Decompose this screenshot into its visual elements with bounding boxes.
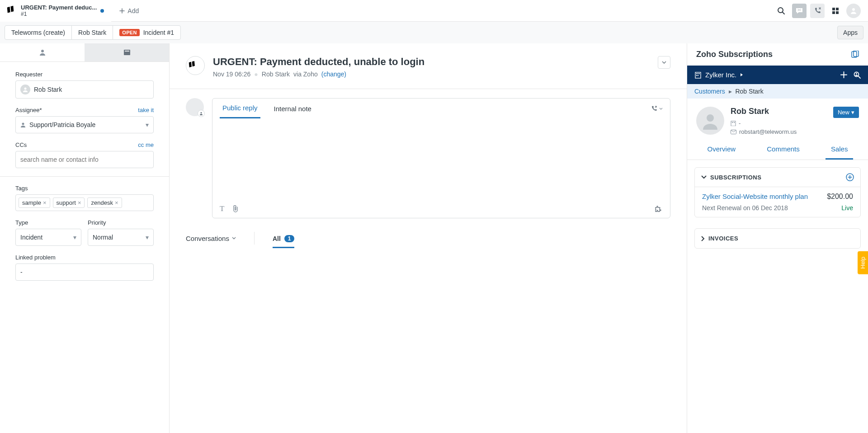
chevron-down-icon: [659, 108, 663, 110]
tag-remove-icon[interactable]: ×: [115, 199, 118, 206]
customer-name: Rob Stark: [731, 107, 769, 116]
zoho-expand-button[interactable]: [851, 51, 859, 59]
tab-subtitle: #1: [21, 11, 97, 17]
plan-link[interactable]: Zylker Social-Website monthly plan: [702, 193, 822, 201]
apps-button[interactable]: Apps: [837, 26, 863, 39]
main-content: URGENT: Payment deducted, unable to logi…: [170, 43, 687, 433]
user-icon: [20, 122, 26, 127]
chevron-down-icon: [232, 237, 236, 240]
ccs-input[interactable]: [20, 156, 149, 163]
org-name: Zylker Inc.: [705, 71, 736, 79]
svg-rect-19: [698, 75, 698, 76]
breadcrumb-org[interactable]: Teleworms (create): [5, 26, 72, 39]
breadcrumb-customers-link[interactable]: Customers: [694, 88, 725, 95]
breadcrumb-user[interactable]: Rob Stark: [72, 26, 113, 39]
plus-icon[interactable]: [840, 71, 847, 78]
priority-value: Normal: [93, 234, 113, 241]
caret-right-icon: ▸: [729, 88, 732, 95]
apps-extension-button[interactable]: [655, 206, 663, 212]
priority-select[interactable]: Normal ▾: [88, 229, 154, 246]
sidebar-tab-ticket[interactable]: [85, 43, 169, 61]
left-sidebar: Requester Rob Stark Assignee* take it Su…: [0, 43, 170, 433]
plus-circle-icon: [846, 173, 854, 181]
tag-remove-icon[interactable]: ×: [78, 199, 81, 206]
text-format-button[interactable]: T: [220, 204, 224, 213]
linked-select[interactable]: -: [15, 264, 154, 281]
reply-area: Public reply Internal note T: [170, 89, 687, 218]
subscriptions-header[interactable]: SUBSCRIPTIONS: [695, 168, 860, 187]
type-priority-row: Type Incident ▾ Priority Normal ▾: [15, 219, 154, 254]
email-icon: [731, 130, 736, 134]
top-bar: URGENT: Payment deduc... #1 Add: [0, 0, 868, 22]
plan-price: $200.00: [827, 193, 853, 201]
internal-note-tab[interactable]: Internal note: [271, 99, 314, 118]
type-label: Type: [15, 219, 28, 226]
ticket-avatar: [186, 56, 205, 75]
ccs-field: CCs cc me: [15, 141, 154, 168]
subscription-item: Zylker Social-Website monthly plan $200.…: [695, 187, 860, 217]
add-subscription-button[interactable]: [846, 173, 854, 181]
type-select[interactable]: Incident ▾: [15, 229, 81, 246]
breadcrumb-incident[interactable]: OPEN Incident #1: [113, 26, 180, 39]
tab-comments[interactable]: Comments: [761, 141, 805, 160]
app-tab[interactable]: URGENT: Payment deduc... #1: [0, 0, 111, 22]
search-button[interactable]: [774, 4, 788, 18]
svg-rect-17: [699, 73, 700, 74]
add-tab-button[interactable]: Add: [111, 7, 147, 14]
agent-status-icon: [198, 110, 205, 117]
attachment-button[interactable]: [232, 205, 239, 212]
search-icon: [777, 7, 785, 15]
requester-input[interactable]: Rob Stark: [15, 80, 154, 99]
reply-call-button[interactable]: [651, 100, 663, 117]
invoices-title: INVOICES: [708, 235, 738, 242]
tags-input[interactable]: sample× support× zendesk×: [15, 194, 154, 211]
breadcrumb-pills: Teleworms (create) Rob Stark OPEN Incide…: [5, 25, 181, 40]
search-user-icon[interactable]: [854, 71, 861, 79]
header-collapse-button[interactable]: [658, 56, 670, 69]
chevron-down-icon: [701, 175, 707, 179]
ccs-label: CCs: [15, 141, 27, 148]
ccs-input-wrap[interactable]: [15, 151, 154, 168]
phone-mute-button[interactable]: [810, 4, 825, 18]
priority-field: Priority Normal ▾: [88, 219, 154, 246]
subscriptions-title: SUBSCRIPTIONS: [710, 174, 761, 181]
tags-label: Tags: [15, 185, 28, 192]
chevron-down-icon: [662, 61, 666, 64]
svg-rect-18: [696, 75, 697, 76]
invoices-header[interactable]: INVOICES: [695, 229, 860, 248]
apps-grid-icon: [832, 7, 839, 14]
svg-rect-1: [832, 8, 835, 10]
reply-box: Public reply Internal note T: [212, 98, 670, 218]
tag-remove-icon[interactable]: ×: [43, 199, 47, 206]
chat-button[interactable]: [792, 4, 807, 18]
profile-button[interactable]: [846, 4, 861, 18]
change-channel-link[interactable]: (change): [321, 71, 346, 78]
take-it-link[interactable]: take it: [138, 107, 154, 113]
app-logo-icon: [6, 5, 17, 16]
apps-grid-button[interactable]: [828, 4, 843, 18]
reply-toolbar: T: [212, 200, 670, 218]
help-tab-button[interactable]: Help: [858, 251, 868, 274]
reply-tabs: Public reply Internal note: [212, 99, 670, 118]
tab-title: URGENT: Payment deduc...: [21, 4, 97, 11]
divider: [0, 176, 169, 177]
public-reply-tab[interactable]: Public reply: [220, 99, 260, 118]
tab-overview[interactable]: Overview: [702, 141, 741, 160]
cc-me-link[interactable]: cc me: [138, 141, 154, 148]
tab-sales[interactable]: Sales: [826, 141, 854, 160]
conversations-all-tab[interactable]: All 1: [273, 235, 295, 248]
right-panel-zoho: Zoho Subscriptions Zylker Inc. Customers…: [687, 43, 868, 433]
svg-rect-3: [832, 11, 835, 14]
plus-icon: [119, 8, 125, 14]
tab-title-wrap: URGENT: Payment deduc... #1: [21, 4, 97, 18]
ticket-title: URGENT: Payment deducted, unable to logi…: [213, 56, 650, 68]
reply-editor[interactable]: [212, 118, 670, 200]
sidebar-tab-user[interactable]: [0, 43, 85, 61]
assignee-select[interactable]: Support/Patricia Boyale ▾: [15, 116, 154, 133]
org-bar[interactable]: Zylker Inc.: [687, 66, 868, 84]
conversations-dropdown[interactable]: Conversations: [186, 235, 236, 242]
new-dropdown-button[interactable]: New ▾: [833, 107, 859, 118]
requester-field: Requester Rob Stark: [15, 71, 154, 99]
svg-point-21: [856, 73, 857, 74]
customer-info: Rob Stark New ▾ - robstart@teleworm.us: [731, 107, 859, 135]
